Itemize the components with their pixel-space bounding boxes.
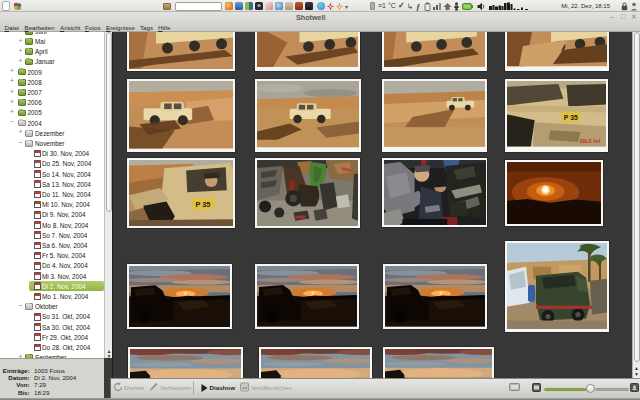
svg-text:P 35: P 35	[195, 199, 210, 208]
svg-text:P 35: P 35	[564, 114, 578, 121]
svg-text:EBLE 4x4: EBLE 4x4	[580, 139, 601, 144]
